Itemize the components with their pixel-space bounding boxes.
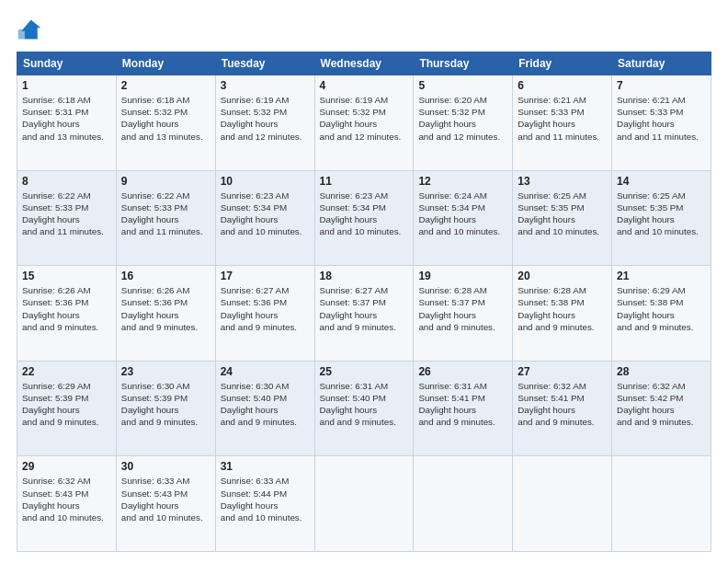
day-info: Sunrise: 6:29 AMSunset: 5:38 PMDaylight … <box>617 284 706 333</box>
calendar-cell: 28Sunrise: 6:32 AMSunset: 5:42 PMDayligh… <box>612 361 711 456</box>
calendar-cell: 25Sunrise: 6:31 AMSunset: 5:40 PMDayligh… <box>314 361 414 456</box>
calendar-cell: 14Sunrise: 6:25 AMSunset: 5:35 PMDayligh… <box>612 170 711 266</box>
day-info: Sunrise: 6:23 AMSunset: 5:34 PMDaylight … <box>221 190 310 238</box>
calendar-week-row: 22Sunrise: 6:29 AMSunset: 5:39 PMDayligh… <box>17 361 711 456</box>
svg-rect-2 <box>18 29 25 40</box>
day-info: Sunrise: 6:28 AMSunset: 5:38 PMDaylight … <box>518 284 607 333</box>
day-info: Sunrise: 6:22 AMSunset: 5:33 PMDaylight … <box>121 190 210 238</box>
weekday-header-monday: Monday <box>116 52 215 75</box>
calendar-cell: 9Sunrise: 6:22 AMSunset: 5:33 PMDaylight… <box>116 170 215 266</box>
day-number: 1 <box>22 79 111 92</box>
weekday-header-saturday: Saturday <box>612 52 711 75</box>
day-number: 21 <box>617 270 706 282</box>
calendar-cell: 16Sunrise: 6:26 AMSunset: 5:36 PMDayligh… <box>116 266 215 362</box>
calendar-cell: 21Sunrise: 6:29 AMSunset: 5:38 PMDayligh… <box>612 266 711 362</box>
day-info: Sunrise: 6:18 AMSunset: 5:32 PMDaylight … <box>121 94 210 143</box>
calendar-cell: 10Sunrise: 6:23 AMSunset: 5:34 PMDayligh… <box>215 170 314 266</box>
calendar-cell: 22Sunrise: 6:29 AMSunset: 5:39 PMDayligh… <box>17 361 117 456</box>
day-info: Sunrise: 6:25 AMSunset: 5:35 PMDaylight … <box>518 190 607 238</box>
day-info: Sunrise: 6:30 AMSunset: 5:40 PMDaylight … <box>221 380 310 429</box>
calendar-cell: 8Sunrise: 6:22 AMSunset: 5:33 PMDaylight… <box>17 170 117 266</box>
logo <box>17 17 46 42</box>
day-number: 16 <box>121 270 210 282</box>
day-info: Sunrise: 6:21 AMSunset: 5:33 PMDaylight … <box>617 94 706 143</box>
page: SundayMondayTuesdayWednesdayThursdayFrid… <box>0 0 728 563</box>
calendar-cell: 4Sunrise: 6:19 AMSunset: 5:32 PMDaylight… <box>314 75 414 171</box>
day-info: Sunrise: 6:25 AMSunset: 5:35 PMDaylight … <box>617 190 706 238</box>
calendar-cell: 19Sunrise: 6:28 AMSunset: 5:37 PMDayligh… <box>414 266 513 362</box>
day-number: 4 <box>320 79 409 92</box>
calendar-cell: 5Sunrise: 6:20 AMSunset: 5:32 PMDaylight… <box>414 75 513 171</box>
logo-icon <box>17 17 42 42</box>
calendar-cell <box>314 456 414 552</box>
day-number: 15 <box>22 270 111 282</box>
calendar-week-row: 1Sunrise: 6:18 AMSunset: 5:31 PMDaylight… <box>17 75 711 171</box>
day-info: Sunrise: 6:33 AMSunset: 5:44 PMDaylight … <box>221 475 310 523</box>
calendar-cell: 15Sunrise: 6:26 AMSunset: 5:36 PMDayligh… <box>17 266 117 362</box>
header <box>17 17 711 42</box>
calendar-cell: 6Sunrise: 6:21 AMSunset: 5:33 PMDaylight… <box>513 75 612 171</box>
day-info: Sunrise: 6:23 AMSunset: 5:34 PMDaylight … <box>320 190 409 238</box>
day-number: 2 <box>121 79 210 92</box>
day-info: Sunrise: 6:31 AMSunset: 5:41 PMDaylight … <box>418 380 507 429</box>
weekday-header-thursday: Thursday <box>414 52 513 75</box>
calendar-cell: 17Sunrise: 6:27 AMSunset: 5:36 PMDayligh… <box>215 266 314 362</box>
day-number: 30 <box>121 460 210 473</box>
day-number: 23 <box>121 365 210 378</box>
calendar-week-row: 15Sunrise: 6:26 AMSunset: 5:36 PMDayligh… <box>17 266 711 362</box>
day-number: 8 <box>22 175 111 188</box>
day-info: Sunrise: 6:21 AMSunset: 5:33 PMDaylight … <box>518 94 607 143</box>
day-info: Sunrise: 6:22 AMSunset: 5:33 PMDaylight … <box>22 190 111 238</box>
day-number: 25 <box>320 365 409 378</box>
day-number: 5 <box>418 79 507 92</box>
calendar-cell: 26Sunrise: 6:31 AMSunset: 5:41 PMDayligh… <box>414 361 513 456</box>
day-info: Sunrise: 6:30 AMSunset: 5:39 PMDaylight … <box>121 380 210 429</box>
calendar-cell: 12Sunrise: 6:24 AMSunset: 5:34 PMDayligh… <box>414 170 513 266</box>
calendar-table: SundayMondayTuesdayWednesdayThursdayFrid… <box>17 52 711 552</box>
calendar-cell: 30Sunrise: 6:33 AMSunset: 5:43 PMDayligh… <box>116 456 215 552</box>
day-info: Sunrise: 6:32 AMSunset: 5:43 PMDaylight … <box>22 475 111 523</box>
day-number: 18 <box>320 270 409 282</box>
day-number: 24 <box>221 365 310 378</box>
day-number: 9 <box>121 175 210 188</box>
day-info: Sunrise: 6:33 AMSunset: 5:43 PMDaylight … <box>121 475 210 523</box>
day-number: 20 <box>518 270 607 282</box>
calendar-cell: 11Sunrise: 6:23 AMSunset: 5:34 PMDayligh… <box>314 170 414 266</box>
calendar-week-row: 29Sunrise: 6:32 AMSunset: 5:43 PMDayligh… <box>17 456 711 552</box>
calendar-week-row: 8Sunrise: 6:22 AMSunset: 5:33 PMDaylight… <box>17 170 711 266</box>
day-number: 27 <box>518 365 607 378</box>
day-number: 29 <box>22 460 111 473</box>
day-info: Sunrise: 6:20 AMSunset: 5:32 PMDaylight … <box>418 94 507 143</box>
calendar-cell: 1Sunrise: 6:18 AMSunset: 5:31 PMDaylight… <box>17 75 117 171</box>
day-number: 3 <box>221 79 310 92</box>
weekday-header-sunday: Sunday <box>17 52 117 75</box>
weekday-header-wednesday: Wednesday <box>314 52 414 75</box>
day-info: Sunrise: 6:29 AMSunset: 5:39 PMDaylight … <box>22 380 111 429</box>
day-number: 13 <box>518 175 607 188</box>
calendar-header-row: SundayMondayTuesdayWednesdayThursdayFrid… <box>17 52 711 75</box>
day-info: Sunrise: 6:19 AMSunset: 5:32 PMDaylight … <box>320 94 409 143</box>
day-info: Sunrise: 6:31 AMSunset: 5:40 PMDaylight … <box>320 380 409 429</box>
day-number: 22 <box>22 365 111 378</box>
calendar-cell <box>414 456 513 552</box>
day-info: Sunrise: 6:18 AMSunset: 5:31 PMDaylight … <box>22 94 111 143</box>
day-number: 14 <box>617 175 706 188</box>
day-info: Sunrise: 6:32 AMSunset: 5:42 PMDaylight … <box>617 380 706 429</box>
calendar-cell: 18Sunrise: 6:27 AMSunset: 5:37 PMDayligh… <box>314 266 414 362</box>
calendar-cell: 27Sunrise: 6:32 AMSunset: 5:41 PMDayligh… <box>513 361 612 456</box>
day-number: 28 <box>617 365 706 378</box>
calendar-cell: 23Sunrise: 6:30 AMSunset: 5:39 PMDayligh… <box>116 361 215 456</box>
weekday-header-tuesday: Tuesday <box>215 52 314 75</box>
day-number: 10 <box>221 175 310 188</box>
day-number: 26 <box>418 365 507 378</box>
calendar-cell: 20Sunrise: 6:28 AMSunset: 5:38 PMDayligh… <box>513 266 612 362</box>
day-number: 12 <box>418 175 507 188</box>
calendar-cell <box>513 456 612 552</box>
weekday-header-friday: Friday <box>513 52 612 75</box>
day-info: Sunrise: 6:27 AMSunset: 5:36 PMDaylight … <box>221 284 310 333</box>
calendar-cell: 24Sunrise: 6:30 AMSunset: 5:40 PMDayligh… <box>215 361 314 456</box>
calendar-cell: 7Sunrise: 6:21 AMSunset: 5:33 PMDaylight… <box>612 75 711 171</box>
day-info: Sunrise: 6:26 AMSunset: 5:36 PMDaylight … <box>22 284 111 333</box>
day-info: Sunrise: 6:28 AMSunset: 5:37 PMDaylight … <box>418 284 507 333</box>
day-number: 7 <box>617 79 706 92</box>
